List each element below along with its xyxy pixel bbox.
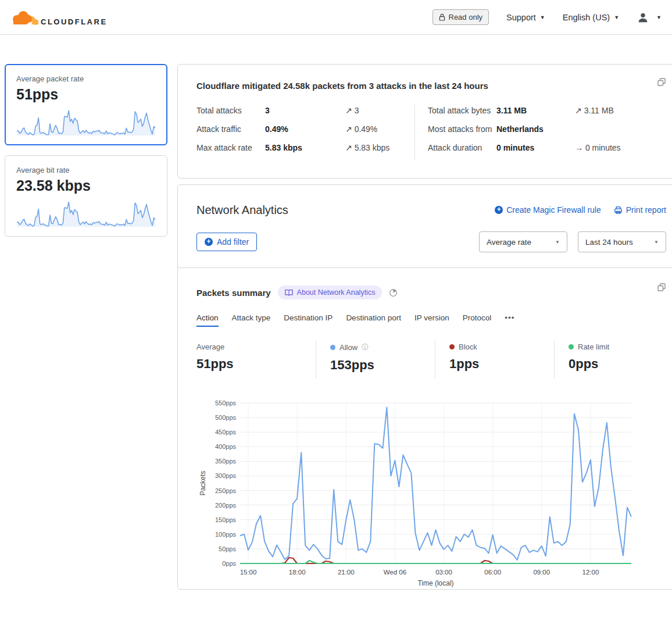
- bit-rate-sparkline: [16, 199, 156, 229]
- tab-protocol[interactable]: Protocol: [463, 313, 492, 327]
- chevron-down-icon: ▼: [614, 15, 619, 20]
- summary-row: Most attacks from Netherlands: [428, 123, 671, 135]
- svg-text:300pps: 300pps: [215, 472, 237, 479]
- svg-text:150pps: 150pps: [215, 516, 237, 523]
- svg-text:Wed 06: Wed 06: [384, 569, 406, 576]
- svg-text:400pps: 400pps: [215, 443, 237, 450]
- lock-icon: [439, 13, 445, 21]
- metric-select[interactable]: Average rate ▼: [479, 231, 567, 252]
- attack-summary-title: Cloudflare mitigated 24.58k packets from…: [196, 81, 638, 91]
- stat-rate-limit: Rate limit 0pps: [554, 341, 672, 379]
- svg-text:550pps: 550pps: [215, 399, 237, 406]
- chevron-down-icon: ▼: [656, 15, 662, 20]
- row-value: 0 minutes: [496, 142, 575, 154]
- dimension-tabs: Action Attack type Destination IP Destin…: [196, 313, 666, 327]
- series-line-allow: [240, 408, 631, 561]
- language-label: English (US): [563, 13, 610, 22]
- row-value: Netherlands: [496, 123, 575, 135]
- cloudflare-cloud-icon: [9, 8, 40, 27]
- time-range-select[interactable]: Last 24 hours ▼: [578, 231, 666, 252]
- cloudflare-logo[interactable]: CLOUDFLARE: [9, 8, 108, 27]
- svg-text:15:00: 15:00: [240, 569, 257, 576]
- copy-icon[interactable]: [657, 77, 666, 89]
- svg-text:50pps: 50pps: [219, 545, 236, 552]
- summary-row: Attack traffic 0.49% ↗ 0.49%: [196, 123, 414, 135]
- tab-destination-port[interactable]: Destination port: [346, 313, 401, 327]
- metric-label: Average packet rate: [16, 74, 156, 83]
- language-menu[interactable]: English (US) ▼: [563, 13, 619, 22]
- vertical-divider: [414, 105, 415, 160]
- row-change: ↗ 3.11 MB: [575, 105, 614, 116]
- data-freshness-clock-icon[interactable]: [389, 288, 398, 297]
- metric-card-list: Average packet rate 51pps Average bit ra…: [5, 64, 167, 247]
- card-average-bit-rate[interactable]: Average bit rate 23.58 kbps: [5, 155, 167, 237]
- svg-text:09:00: 09:00: [533, 569, 550, 576]
- row-value: 5.83 kbps: [265, 142, 345, 154]
- summary-row: Max attack rate 5.83 kbps ↗ 5.83 kbps: [196, 142, 414, 154]
- row-label: Total attacks: [196, 105, 265, 116]
- user-icon: [637, 11, 649, 24]
- summary-left-column: Total attacks 3 ↗ 3 Attack traffic 0.49%…: [196, 105, 414, 160]
- support-label: Support: [506, 13, 536, 22]
- time-range-value: Last 24 hours: [585, 238, 633, 247]
- stat-value: 51pps: [196, 356, 316, 372]
- packet-rate-sparkline: [16, 108, 156, 138]
- packets-summary-section: Packets summary About Network Analytics: [178, 267, 672, 589]
- svg-text:200pps: 200pps: [215, 502, 237, 509]
- svg-text:350pps: 350pps: [215, 458, 237, 465]
- about-network-analytics-badge[interactable]: About Network Analytics: [278, 286, 383, 299]
- tab-destination-ip[interactable]: Destination IP: [284, 313, 333, 327]
- row-value: 3: [265, 105, 345, 116]
- packets-chart[interactable]: 0pps50pps100pps150pps200pps250pps300pps3…: [198, 397, 640, 589]
- series-line-block: [240, 558, 631, 563]
- card-average-packet-rate[interactable]: Average packet rate 51pps: [5, 64, 167, 145]
- row-label: Attack duration: [428, 142, 496, 154]
- network-analytics-title: Network Analytics: [196, 204, 288, 217]
- metric-value: 51pps: [16, 86, 156, 103]
- stat-average: Average 51pps: [196, 341, 316, 379]
- copy-icon[interactable]: [657, 283, 666, 294]
- stat-block: Block 1pps: [435, 341, 554, 379]
- add-filter-button[interactable]: + Add filter: [196, 233, 257, 251]
- svg-text:03:00: 03:00: [435, 569, 452, 576]
- info-icon[interactable]: ⓘ: [362, 342, 369, 352]
- summary-row: Total attacks 3 ↗ 3: [196, 105, 414, 116]
- stat-value: 153pps: [330, 358, 435, 373]
- trend-arrow-icon: ↗: [345, 106, 352, 115]
- user-account-menu[interactable]: ▼: [637, 11, 662, 24]
- printer-icon: [614, 206, 623, 215]
- svg-text:21:00: 21:00: [338, 569, 355, 576]
- stat-value: 0pps: [569, 356, 672, 372]
- trend-arrow-icon: ↗: [575, 106, 582, 115]
- trend-arrow-icon: ↗: [345, 124, 352, 134]
- print-report-link[interactable]: Print report: [614, 205, 666, 215]
- read-only-badge: Read only: [432, 9, 489, 25]
- series-dot: [569, 344, 574, 349]
- attack-summary-card: Cloudflare mitigated 24.58k packets from…: [177, 64, 672, 179]
- tab-ip-version[interactable]: IP version: [414, 313, 449, 327]
- tab-attack-type[interactable]: Attack type: [232, 313, 271, 327]
- svg-text:100pps: 100pps: [215, 531, 237, 538]
- chevron-down-icon: ▼: [540, 15, 545, 20]
- svg-text:06:00: 06:00: [484, 569, 501, 576]
- svg-text:250pps: 250pps: [215, 487, 237, 494]
- series-dot: [330, 345, 335, 350]
- summary-row: Attack duration 0 minutes → 0 minutes: [428, 142, 671, 154]
- top-header: CLOUDFLARE Read only Support ▼ English (…: [0, 0, 672, 35]
- chevron-down-icon: ▼: [654, 240, 659, 245]
- packets-summary-title: Packets summary: [196, 288, 271, 298]
- book-icon: [285, 289, 293, 296]
- row-change: ↗ 5.83 kbps: [345, 142, 389, 154]
- read-only-label: Read only: [449, 13, 483, 22]
- support-menu[interactable]: Support ▼: [506, 13, 545, 22]
- tab-action[interactable]: Action: [196, 313, 219, 327]
- svg-text:450pps: 450pps: [215, 429, 237, 436]
- create-magic-firewall-rule-link[interactable]: + Create Magic Firewall rule: [495, 205, 601, 215]
- plus-circle-icon: +: [495, 206, 503, 214]
- svg-text:12:00: 12:00: [582, 569, 599, 576]
- svg-text:500pps: 500pps: [215, 414, 237, 421]
- cloudflare-dashboard: CLOUDFLARE Read only Support ▼ English (…: [0, 0, 672, 628]
- row-label: Most attacks from: [428, 123, 496, 135]
- more-tabs-button[interactable]: •••: [505, 313, 514, 327]
- svg-text:18:00: 18:00: [289, 569, 306, 576]
